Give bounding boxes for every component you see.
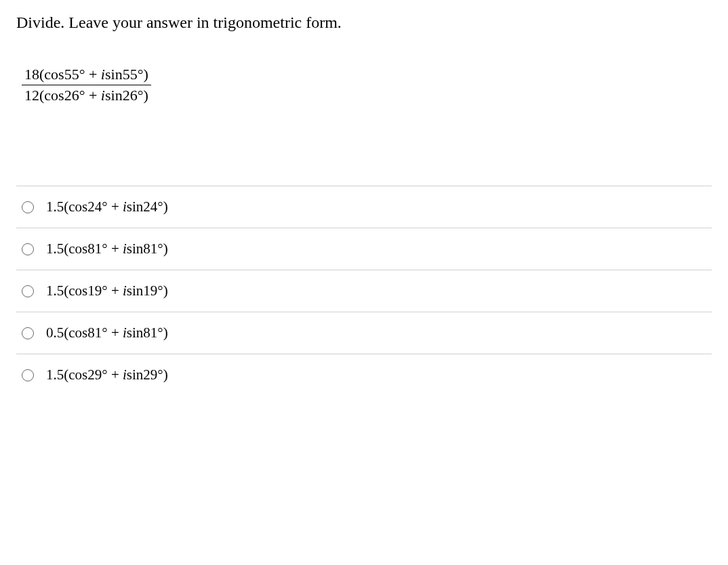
option-3[interactable]: 1.5(cos19° + isin19°) [16, 270, 712, 312]
question-prompt: Divide. Leave your answer in trigonometr… [16, 14, 712, 32]
radio-icon [22, 285, 34, 297]
expression-numerator: 18(cos55° + isin55°) [22, 66, 151, 85]
expression-denominator: 12(cos26° + isin26°) [22, 85, 151, 104]
option-2[interactable]: 1.5(cos81° + isin81°) [16, 228, 712, 270]
option-label: 1.5(cos29° + isin29°) [46, 367, 168, 383]
option-label: 1.5(cos19° + isin19°) [46, 282, 168, 299]
option-4[interactable]: 0.5(cos81° + isin81°) [16, 312, 712, 354]
radio-icon [22, 327, 34, 339]
question-expression: 18(cos55° + isin55°) 12(cos26° + isin26°… [22, 66, 151, 104]
option-5[interactable]: 1.5(cos29° + isin29°) [16, 354, 712, 396]
answer-options: 1.5(cos24° + isin24°) 1.5(cos81° + isin8… [16, 186, 712, 396]
option-label: 1.5(cos24° + isin24°) [46, 198, 168, 215]
option-label: 1.5(cos81° + isin81°) [46, 240, 168, 257]
option-label: 0.5(cos81° + isin81°) [46, 325, 168, 341]
radio-icon [22, 201, 34, 213]
radio-icon [22, 369, 34, 381]
radio-icon [22, 243, 34, 255]
option-1[interactable]: 1.5(cos24° + isin24°) [16, 186, 712, 228]
